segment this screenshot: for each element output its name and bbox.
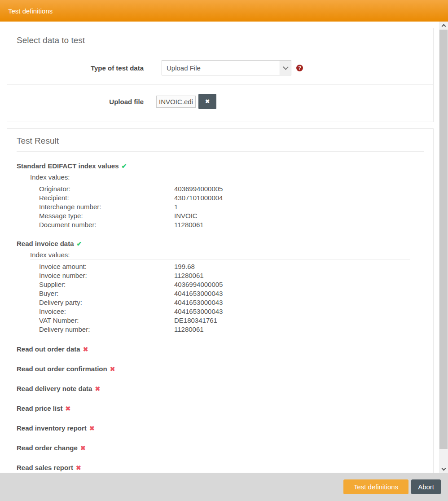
vertical-scrollbar[interactable] bbox=[439, 22, 448, 473]
test-result-panel: Test Result Standard EDIFACT index value… bbox=[7, 128, 434, 473]
index-value-label: Buyer: bbox=[39, 289, 174, 298]
type-of-test-data-label: Type of test data bbox=[17, 64, 144, 72]
chevron-down-icon bbox=[441, 466, 446, 471]
index-value: 4041653000043 bbox=[174, 307, 223, 316]
index-value-row: Supplier: 4036994000005 bbox=[17, 280, 424, 289]
index-values-list: Invoice amount: 199.68 Invoice number: 1… bbox=[17, 260, 424, 334]
section-title: Read out order data bbox=[17, 345, 80, 353]
uploaded-file-name: INVOIC.edi bbox=[156, 96, 196, 108]
scroll-content: Select data to test Type of test data Up… bbox=[0, 22, 439, 473]
type-of-test-data-row: Type of test data Upload File ? bbox=[7, 51, 433, 84]
scroll-up-button[interactable] bbox=[439, 22, 448, 29]
app-header-title: Test definitions bbox=[8, 7, 53, 15]
x-icon: ✖ bbox=[95, 385, 100, 392]
result-section: Read delivery note data✖ bbox=[17, 384, 424, 393]
divider bbox=[17, 151, 424, 152]
index-value-label: Invoice number: bbox=[39, 271, 174, 280]
select-data-panel-title: Select data to test bbox=[7, 28, 433, 51]
index-value: INVOIC bbox=[174, 211, 198, 220]
upload-file-row: Upload file INVOIC.edi ✖ bbox=[7, 84, 433, 122]
index-value-label: Message type: bbox=[39, 211, 174, 220]
x-icon: ✖ bbox=[66, 405, 71, 412]
index-values-label: Index values: bbox=[30, 173, 410, 182]
result-section: Read out order confirmation✖ bbox=[17, 365, 424, 374]
x-icon: ✖ bbox=[76, 464, 81, 471]
section-heading: Read price list✖ bbox=[17, 404, 424, 413]
section-title: Read order change bbox=[17, 444, 78, 452]
index-value: DE180341761 bbox=[174, 316, 217, 325]
x-icon: ✖ bbox=[205, 98, 210, 105]
chevron-down-icon[interactable] bbox=[280, 61, 291, 75]
result-sections: Standard EDIFACT index values✔ Index val… bbox=[7, 162, 433, 473]
result-section: Read out order data✖ bbox=[17, 345, 424, 354]
section-title: Read invoice data bbox=[17, 240, 74, 247]
index-value-label: VAT Number: bbox=[39, 316, 174, 325]
index-value: 11280061 bbox=[174, 325, 204, 334]
select-data-panel: Select data to test Type of test data Up… bbox=[7, 28, 434, 122]
index-value-row: Invoice amount: 199.68 bbox=[17, 262, 424, 271]
index-value: 11280061 bbox=[174, 220, 204, 229]
x-icon: ✖ bbox=[80, 444, 86, 452]
index-value: 4307101000004 bbox=[174, 193, 223, 202]
check-icon: ✔ bbox=[122, 163, 127, 170]
index-value-row: Invoicee: 4041653000043 bbox=[17, 307, 424, 316]
scroll-down-button[interactable] bbox=[439, 465, 448, 473]
index-value-label: Document number: bbox=[39, 220, 174, 229]
selected-option-text: Upload File bbox=[162, 64, 280, 72]
result-section: Read sales report✖ bbox=[17, 463, 424, 472]
check-icon: ✔ bbox=[77, 240, 82, 247]
index-value-row: Interchange number: 1 bbox=[17, 202, 424, 211]
section-heading: Read invoice data✔ bbox=[17, 239, 424, 248]
test-definitions-button[interactable]: Test definitions bbox=[343, 479, 408, 494]
index-value-row: Invoice number: 11280061 bbox=[17, 271, 424, 280]
result-section: Read price list✖ bbox=[17, 404, 424, 413]
section-title: Read delivery note data bbox=[17, 385, 92, 392]
abort-button[interactable]: Abort bbox=[411, 479, 441, 494]
help-icon[interactable]: ? bbox=[296, 65, 303, 71]
section-heading: Read out order confirmation✖ bbox=[17, 365, 424, 374]
index-value: 199.68 bbox=[174, 262, 195, 271]
index-value-row: Message type: INVOIC bbox=[17, 211, 424, 220]
index-value-row: VAT Number: DE180341761 bbox=[17, 316, 424, 325]
index-value-row: Buyer: 4041653000043 bbox=[17, 289, 424, 298]
section-title: Read inventory report bbox=[17, 424, 87, 432]
chevron-up-icon bbox=[441, 24, 446, 28]
index-value-label: Invoice amount: bbox=[39, 262, 174, 271]
index-value-row: Originator: 4036994000005 bbox=[17, 185, 424, 193]
result-section: Read order change✖ bbox=[17, 444, 424, 453]
index-value: 4041653000043 bbox=[174, 289, 223, 298]
result-section: Read inventory report✖ bbox=[17, 424, 424, 433]
index-value-label: Supplier: bbox=[39, 280, 174, 289]
result-section: Standard EDIFACT index values✔ Index val… bbox=[17, 162, 424, 229]
x-icon: ✖ bbox=[110, 365, 115, 373]
index-value: 4036994000005 bbox=[174, 185, 223, 193]
index-value-label: Delivery party: bbox=[39, 298, 174, 307]
index-value-row: Delivery party: 4041653000043 bbox=[17, 298, 424, 307]
index-value: 4041653000043 bbox=[174, 298, 223, 307]
test-result-panel-title: Test Result bbox=[7, 129, 433, 151]
section-heading: Standard EDIFACT index values✔ bbox=[17, 162, 424, 171]
section-title: Read sales report bbox=[17, 464, 73, 471]
action-footer: Test definitions Abort bbox=[0, 473, 448, 501]
result-section: Read invoice data✔ Index values: Invoice… bbox=[17, 239, 424, 334]
index-value-label: Interchange number: bbox=[39, 202, 174, 211]
index-values-label: Index values: bbox=[30, 250, 410, 260]
index-value-label: Delivery number: bbox=[39, 325, 174, 334]
section-title: Standard EDIFACT index values bbox=[17, 162, 119, 170]
index-value-label: Recipient: bbox=[39, 193, 174, 202]
section-heading: Read order change✖ bbox=[17, 444, 424, 453]
section-heading: Read sales report✖ bbox=[17, 463, 424, 472]
remove-file-button[interactable]: ✖ bbox=[198, 94, 216, 109]
x-icon: ✖ bbox=[89, 425, 95, 432]
section-title: Read price list bbox=[17, 404, 63, 412]
upload-file-label: Upload file bbox=[17, 98, 144, 105]
app-header: Test definitions bbox=[0, 0, 448, 22]
x-icon: ✖ bbox=[83, 346, 88, 353]
type-of-test-data-select[interactable]: Upload File bbox=[162, 60, 291, 75]
scrollbar-thumb[interactable] bbox=[439, 30, 448, 449]
section-title: Read out order confirmation bbox=[17, 365, 107, 373]
section-heading: Read delivery note data✖ bbox=[17, 384, 424, 393]
index-values-list: Originator: 4036994000005 Recipient: 430… bbox=[17, 182, 424, 229]
index-value-label: Invoicee: bbox=[39, 307, 174, 316]
index-value-row: Recipient: 4307101000004 bbox=[17, 193, 424, 202]
